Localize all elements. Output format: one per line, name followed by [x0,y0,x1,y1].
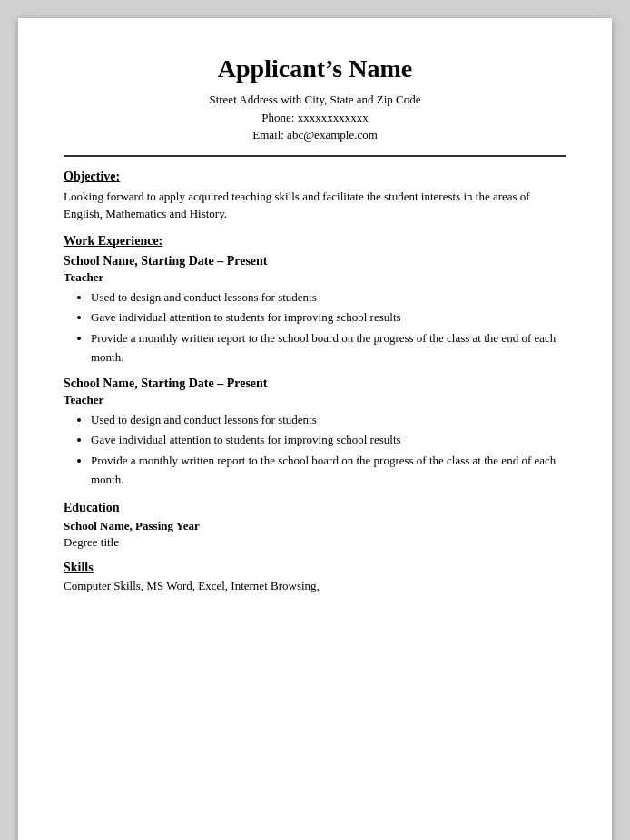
header-address: Street Address with City, State and Zip … [64,91,566,109]
resume-page: Applicant’s Name Street Address with Cit… [18,18,612,840]
job2-bullet-1: Used to design and conduct lessons for s… [91,411,566,430]
job1-school-date: School Name, Starting Date – Present [64,254,566,269]
header-phone: Phone: xxxxxxxxxxxx [64,109,566,127]
job1-bullet-2: Gave individual attention to students fo… [91,308,566,327]
job2-school-date: School Name, Starting Date – Present [64,376,566,391]
job2-role: Teacher [64,393,566,407]
objective-section: Objective: Looking forward to apply acqu… [64,170,566,223]
education-degree: Degree title [64,535,566,550]
resume-header: Applicant’s Name Street Address with Cit… [64,54,566,144]
objective-title: Objective: [64,170,566,184]
job2-bullet-list: Used to design and conduct lessons for s… [91,411,566,490]
skills-body: Computer Skills, MS Word, Excel, Interne… [64,579,566,593]
header-divider [64,155,566,157]
work-experience-section: Work Experience: School Name, Starting D… [64,234,566,490]
education-section: Education School Name, Passing Year Degr… [64,501,566,550]
education-title: Education [64,501,566,515]
skills-section: Skills Computer Skills, MS Word, Excel, … [64,561,566,593]
objective-body: Looking forward to apply acquired teachi… [64,188,566,223]
job1-role: Teacher [64,270,566,285]
skills-title: Skills [64,561,566,575]
education-school: School Name, Passing Year [64,519,566,533]
job1-bullet-3: Provide a monthly written report to the … [91,329,566,367]
job1-bullet-list: Used to design and conduct lessons for s… [91,288,566,367]
job2-bullet-3: Provide a monthly written report to the … [91,452,566,490]
job2-bullet-2: Gave individual attention to students fo… [91,431,566,450]
job1-bullet-1: Used to design and conduct lessons for s… [91,288,566,308]
work-experience-title: Work Experience: [64,234,566,249]
applicant-name: Applicant’s Name [64,54,566,83]
header-email: Email: abc@example.com [64,126,566,144]
